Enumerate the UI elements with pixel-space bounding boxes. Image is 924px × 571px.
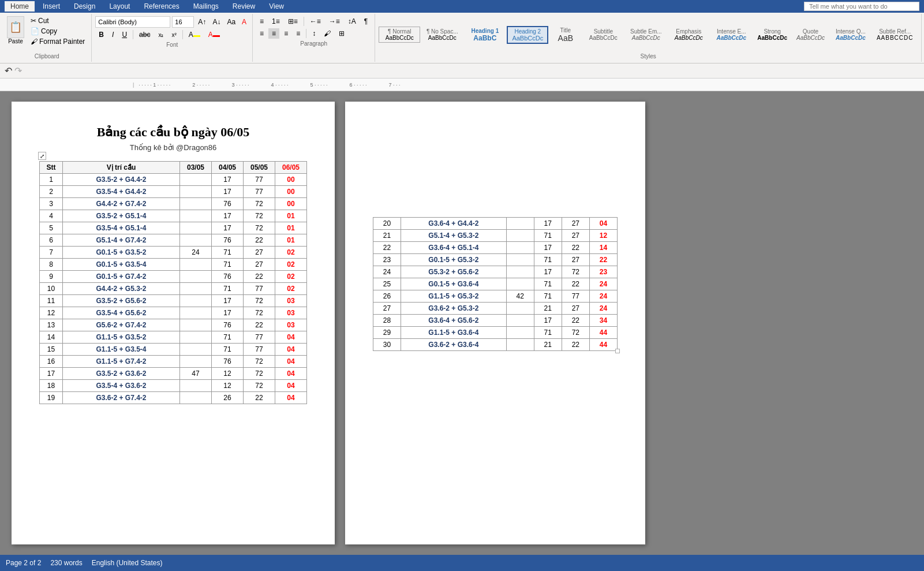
style-no-spacing[interactable]: ¶ No Spac... AaBbCcDc <box>421 27 463 43</box>
style-emphasis[interactable]: Emphasis AaBbCcDc <box>668 27 709 43</box>
ribbon-tab-view[interactable]: View <box>263 1 290 12</box>
ribbon-tab-insert[interactable]: Insert <box>37 1 66 12</box>
multilevel-list-button[interactable]: ⊞≡ <box>285 16 301 27</box>
cell-d0605: 01 <box>275 234 307 247</box>
cell-d0505: 27 <box>244 259 275 271</box>
ribbon-tab-review[interactable]: Review <box>227 1 261 12</box>
numbering-button[interactable]: 1≡ <box>268 16 283 27</box>
subscript-button[interactable]: x₂ <box>155 31 167 39</box>
cell-d0505: 72 <box>244 222 275 234</box>
table-row: 30G3.6-2 + G3.6-4212244 <box>373 339 618 351</box>
cell-d0605: 00 <box>275 174 307 186</box>
style-subtle-reference[interactable]: Subtle Ref... AABBCCDC <box>873 27 918 43</box>
cell-stt: 19 <box>40 392 63 404</box>
search-bar[interactable] <box>804 2 919 11</box>
cell-d0405: 17 <box>534 242 562 254</box>
align-center-button[interactable]: ≡ <box>268 28 279 39</box>
ribbon-tab-design[interactable]: Design <box>68 1 101 12</box>
shading-button[interactable]: 🖌 <box>320 28 334 39</box>
decrease-indent-button[interactable]: ←≡ <box>306 16 324 27</box>
cell-stt: 4 <box>40 210 63 222</box>
font-group-label: Font <box>166 42 178 48</box>
col-header-d0405: 04/05 <box>212 162 244 174</box>
table-move-handle-left[interactable]: ⤢ <box>38 152 46 160</box>
cell-d0505: 72 <box>244 198 275 210</box>
cell-d0305 <box>180 331 212 344</box>
cell-d0405: 12 <box>212 368 244 380</box>
style-heading1[interactable]: Heading 1 AaBbC <box>464 26 506 44</box>
justify-button[interactable]: ≡ <box>293 28 304 39</box>
underline-button[interactable]: U <box>118 29 130 40</box>
ribbon-tab-layout[interactable]: Layout <box>103 1 136 12</box>
cell-stt: 28 <box>373 315 401 327</box>
cell-stt: 16 <box>40 356 63 368</box>
cell-vitricau: G0.1-5 + G3.5-2 <box>63 247 180 259</box>
superscript-button[interactable]: x² <box>168 31 179 39</box>
cell-d0505: 77 <box>244 283 275 295</box>
cell-d0305 <box>180 259 212 271</box>
cell-vitricau: G0.1-5 + G7.4-2 <box>63 271 180 283</box>
change-case-button[interactable]: Aa <box>225 17 238 27</box>
style-normal[interactable]: ¶ Normal AaBbCcDc <box>379 27 420 43</box>
format-painter-button[interactable]: 🖌 Format Painter <box>29 37 87 46</box>
decrease-font-button[interactable]: A↓ <box>210 17 223 27</box>
cell-d0605: 03 <box>275 319 307 331</box>
paste-button[interactable]: 📋 Paste <box>7 16 24 44</box>
cell-d0605: 04 <box>275 380 307 392</box>
line-spacing-button[interactable]: ↕ <box>309 28 319 39</box>
cut-button[interactable]: ✂ Cut <box>29 16 87 25</box>
cell-vitricau: G3.6-2 + G3.6-4 <box>401 339 507 351</box>
style-subtitle[interactable]: Subtitle AaBbCcDc <box>582 27 624 43</box>
cell-d0305 <box>506 339 534 351</box>
bullets-button[interactable]: ≡ <box>256 16 267 27</box>
text-highlight-button[interactable]: A <box>185 29 204 40</box>
align-left-button[interactable]: ≡ <box>256 28 267 39</box>
cell-d0405: 17 <box>534 218 562 230</box>
ribbon-tab-mailings[interactable]: Mailings <box>188 1 225 12</box>
ribbon-tab-references[interactable]: References <box>138 1 185 12</box>
cell-d0505: 77 <box>244 331 275 344</box>
font-color-button[interactable]: A <box>205 29 223 40</box>
cell-stt: 17 <box>40 368 63 380</box>
font-size-input[interactable] <box>172 16 194 28</box>
style-title[interactable]: Title AaB <box>549 25 581 44</box>
increase-font-button[interactable]: A↑ <box>196 17 208 27</box>
style-strong[interactable]: Strong AaBbCcDc <box>753 27 791 43</box>
cell-vitricau: G1.1-5 + G3.6-4 <box>401 327 507 339</box>
cell-d0605: 01 <box>275 222 307 234</box>
italic-button[interactable]: I <box>109 29 117 40</box>
increase-indent-button[interactable]: →≡ <box>326 16 343 27</box>
strikethrough-button[interactable]: abc <box>136 29 154 40</box>
table-row: 3G4.4-2 + G7.4-2767200 <box>40 198 307 210</box>
style-intense-quote[interactable]: Intense Q... AaBbCcDc <box>830 27 871 43</box>
cell-d0405: 17 <box>212 295 244 307</box>
cell-d0405: 12 <box>212 380 244 392</box>
copy-button[interactable]: 📄 Copy <box>29 27 87 36</box>
cell-stt: 23 <box>373 254 401 266</box>
cell-d0505: 22 <box>244 392 275 404</box>
table-resize-handle-right[interactable] <box>615 349 620 353</box>
table-row: 1G3.5-2 + G4.4-2177700 <box>40 174 307 186</box>
font-name-input[interactable] <box>95 16 170 28</box>
style-quote[interactable]: Quote AaBbCcDc <box>792 27 829 43</box>
align-right-button[interactable]: ≡ <box>280 28 291 39</box>
cell-d0605: 23 <box>589 266 617 278</box>
table-row: 4G3.5-2 + G5.1-4177201 <box>40 210 307 222</box>
table-row: 14G1.1-5 + G3.5-2717704 <box>40 331 307 344</box>
show-formatting-button[interactable]: ¶ <box>361 16 371 27</box>
table-row: 28G3.6-4 + G5.6-2172234 <box>373 315 618 327</box>
clear-formatting-button[interactable]: A <box>240 17 249 27</box>
cell-vitricau: G3.6-4 + G5.1-4 <box>401 242 507 254</box>
ribbon-tab-home[interactable]: Home <box>5 1 35 12</box>
style-subtle-emphasis[interactable]: Subtle Em... AaBbCcDc <box>625 27 667 43</box>
borders-button[interactable]: ⊞ <box>335 28 348 39</box>
redo-button[interactable]: ↷ <box>14 65 22 76</box>
bold-button[interactable]: B <box>95 29 107 40</box>
style-heading2[interactable]: Heading 2 AaBbCcDc <box>507 26 548 44</box>
undo-button[interactable]: ↶ <box>5 65 12 76</box>
table-row: 17G3.5-2 + G3.6-247127204 <box>40 368 307 380</box>
table-row: 26G1.1-5 + G5.3-242717724 <box>373 290 618 303</box>
sort-button[interactable]: ↕A <box>345 16 360 27</box>
style-intense-emphasis[interactable]: Intense E... AaBbCcDc <box>710 27 752 43</box>
clipboard-group-label: Clipboard <box>35 53 59 59</box>
